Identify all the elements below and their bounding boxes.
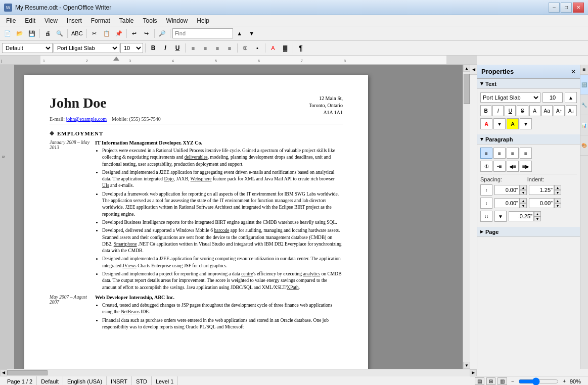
cut-button[interactable]: ✂	[89, 28, 100, 39]
minimize-button[interactable]: –	[549, 3, 560, 13]
indent-before-up[interactable]: ▲	[554, 185, 561, 190]
scroll-right-button[interactable]: ▶	[470, 369, 477, 376]
bold-button[interactable]: B	[148, 42, 159, 54]
close-button[interactable]: ✕	[573, 3, 584, 13]
prop-italic-button[interactable]: I	[492, 105, 504, 116]
new-button[interactable]: 📄	[2, 28, 13, 39]
indent-before-down[interactable]: ▼	[554, 190, 561, 195]
h-scroll-thumb[interactable]	[7, 370, 48, 375]
prop-font-color-btn[interactable]: A	[480, 118, 492, 129]
highlight-button[interactable]: ▓	[280, 42, 291, 54]
view-web-btn[interactable]: ⊞	[486, 377, 495, 385]
paragraph-section-header[interactable]: ▾ Paragraph	[477, 134, 580, 145]
maximize-button[interactable]: □	[561, 3, 572, 13]
italic-button[interactable]: I	[160, 42, 171, 54]
underline-button[interactable]: U	[172, 42, 183, 54]
line-spacing-dropdown[interactable]: ▼	[494, 211, 507, 222]
prop-list-bullet[interactable]: •≡	[493, 161, 506, 172]
view-normal-btn[interactable]: ▤	[475, 377, 484, 385]
menu-help[interactable]: Help	[193, 16, 213, 25]
bullets-button[interactable]: •	[252, 42, 263, 54]
paste-button[interactable]: 📌	[113, 28, 124, 39]
panel-icon4[interactable]: 📊	[580, 115, 588, 135]
font-name-select[interactable]: Port Lligat Slab	[54, 43, 119, 53]
vertical-scrollbar[interactable]: ▲ ▼	[463, 65, 470, 369]
spacing-above-down[interactable]: ▼	[520, 190, 527, 195]
spacing-below-down[interactable]: ▼	[520, 203, 527, 208]
prop-list-number[interactable]: ①	[480, 161, 492, 172]
view-print-btn[interactable]: ▥	[497, 377, 507, 385]
prop-highlight-btn[interactable]: A	[507, 118, 519, 129]
styles-button[interactable]: ¶	[295, 42, 306, 54]
page-section-header[interactable]: ▸ Page	[477, 227, 580, 237]
indent-after-down[interactable]: ▼	[554, 203, 561, 208]
open-button[interactable]: 📂	[14, 28, 25, 39]
prop-font-select[interactable]: Port Lligat Slab	[480, 92, 540, 103]
selection-mode[interactable]: STD	[132, 376, 152, 385]
copy-button[interactable]: 📋	[101, 28, 112, 39]
menu-edit[interactable]: Edit	[21, 16, 39, 25]
menu-file[interactable]: File	[2, 16, 20, 25]
prop-bold-button[interactable]: B	[480, 105, 491, 116]
prop-subscript-button[interactable]: A↓	[566, 105, 577, 116]
menu-insert[interactable]: Insert	[63, 16, 86, 25]
prop-highlight-dropdown[interactable]: ▼	[520, 118, 532, 129]
paragraph-style-select[interactable]: Default	[2, 43, 53, 53]
font-color-button[interactable]: A	[267, 42, 279, 54]
prop-decrease-indent[interactable]: ◀≡	[507, 161, 519, 172]
spacing-below-up[interactable]: ▲	[520, 198, 527, 203]
prop-superscript-button[interactable]: A↑	[554, 105, 565, 116]
line-spacing-input[interactable]	[509, 211, 534, 221]
prop-align-justify[interactable]: ≡	[520, 148, 532, 159]
panel-icon2[interactable]: 🔠	[580, 75, 588, 95]
print-button[interactable]: 🖨	[42, 28, 53, 39]
spacing-below-input[interactable]	[494, 198, 520, 208]
font-size-select[interactable]: 10	[120, 43, 143, 53]
indent-after-up[interactable]: ▲	[554, 198, 561, 203]
prop-font-size-input[interactable]	[542, 92, 563, 103]
prop-align-right[interactable]: ≡	[507, 148, 519, 159]
scroll-up-button[interactable]: ▲	[463, 65, 470, 72]
align-justify-button[interactable]: ≡	[224, 42, 235, 54]
align-center-button[interactable]: ≡	[200, 42, 211, 54]
spell-check-button[interactable]: ABC	[70, 28, 84, 39]
find-button[interactable]: 🔎	[157, 28, 168, 39]
prop-align-center[interactable]: ≡	[493, 148, 506, 159]
insert-mode[interactable]: INSRT	[107, 376, 132, 385]
align-left-button[interactable]: ≡	[188, 42, 199, 54]
menu-table[interactable]: Table	[115, 16, 138, 25]
prop-increase-indent[interactable]: ≡▶	[520, 161, 532, 172]
spacing-above-up[interactable]: ▲	[520, 185, 527, 190]
indent-before-input[interactable]	[529, 185, 554, 195]
spacing-above-input[interactable]	[494, 185, 520, 195]
search-input[interactable]	[172, 28, 233, 38]
indent-after-input[interactable]	[529, 198, 554, 208]
print-preview-button[interactable]: 🔍	[54, 28, 65, 39]
undo-button[interactable]: ↩	[129, 28, 140, 39]
line-spacing-down[interactable]: ▼	[534, 216, 541, 221]
menu-format[interactable]: Format	[87, 16, 114, 25]
prop-caps-button[interactable]: Aa	[541, 105, 553, 116]
menu-tools[interactable]: Tools	[139, 16, 161, 25]
scroll-left-button[interactable]: ◀	[0, 369, 7, 376]
zoom-slider[interactable]	[518, 378, 559, 384]
save-button[interactable]: 💾	[26, 28, 37, 39]
panel-icon1[interactable]: ≡	[580, 65, 588, 75]
prop-underline-button[interactable]: U	[505, 105, 516, 116]
prop-shadow-button[interactable]: A	[529, 105, 540, 116]
font-size-up-button[interactable]: ▲	[565, 92, 577, 103]
scroll-thumb[interactable]	[464, 74, 470, 104]
search-next-button[interactable]: ▼	[246, 28, 257, 39]
align-right-button[interactable]: ≡	[212, 42, 223, 54]
redo-button[interactable]: ↪	[141, 28, 152, 39]
prop-strikethrough-button[interactable]: S	[517, 105, 528, 116]
email-link[interactable]: john@example.com	[66, 116, 107, 122]
line-spacing-up[interactable]: ▲	[534, 211, 541, 216]
properties-close-button[interactable]: ✕	[571, 68, 576, 75]
prop-align-left[interactable]: ≡	[480, 148, 492, 159]
panel-collapse-btn[interactable]: ◀	[470, 65, 477, 75]
panel-icon3[interactable]: 🔧	[580, 95, 588, 115]
panel-icon5[interactable]: 🎨	[580, 135, 588, 156]
text-section-header[interactable]: ▾ Text	[477, 79, 580, 89]
prop-font-color-dropdown[interactable]: ▼	[493, 118, 506, 129]
